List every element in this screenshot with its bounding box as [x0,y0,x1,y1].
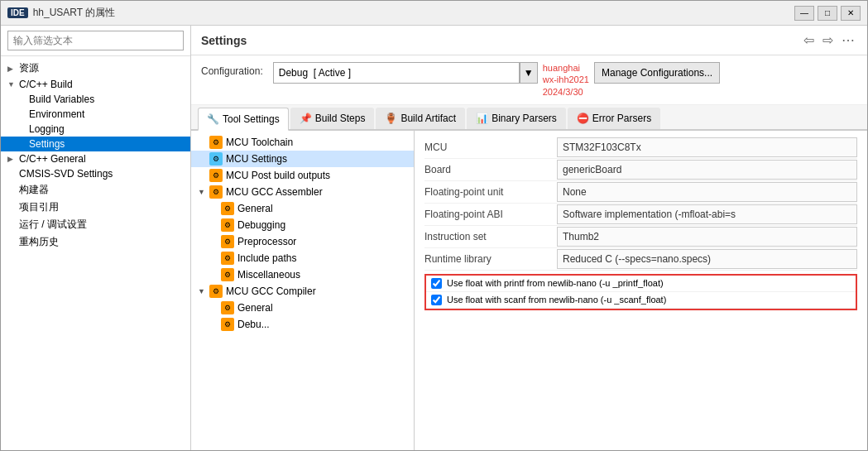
tool-tree-icon: ⚙ [209,152,223,166]
tree-arrow: ▶ [7,65,16,73]
checkbox-1[interactable] [431,295,442,305]
config-select[interactable] [273,62,520,84]
tool-tree-item-mcu-post-build-outputs[interactable]: ⚙MCU Post build outputs [191,167,414,184]
minimize-button[interactable]: — [794,6,814,21]
header-nav: ⇦ ⇨ ⋯ [801,32,857,48]
sidebar-item-environment[interactable]: Environment [1,107,190,122]
tool-tree-icon: ⚙ [209,169,223,182]
sidebar-item-build-variables[interactable]: Build Variables [1,92,190,107]
nav-menu-button[interactable]: ⋯ [839,32,857,48]
sidebar-item-重构历史[interactable]: 重构历史 [1,233,190,251]
sidebar-item-label: 项目引用 [19,200,59,214]
nav-back-button[interactable]: ⇦ [801,32,817,48]
sidebar-item-settings[interactable]: Settings [1,137,190,151]
tabs-row: 🔧Tool Settings📌Build Steps🏺Build Artifac… [191,105,867,131]
tool-tree-item-preprocessor[interactable]: ⚙Preprocessor [191,233,414,250]
tree-arrow: ▼ [7,80,16,89]
checkbox-row-1: Use float with scanf from newlib-nano (-… [426,292,856,309]
watermark: huanghai wx-ihh2021 2024/3/30 [543,62,589,98]
tool-tree-item-debugging[interactable]: ⚙Debugging [191,217,414,233]
nav-forward-button[interactable]: ⇨ [820,32,836,48]
tool-tree-label: MCU GCC Assembler [226,186,323,198]
tab-error-parsers[interactable]: ⛔Error Parsers [568,108,660,129]
tool-tree-icon: ⚙ [221,268,234,281]
main-window: IDE hh_USART 的属性 — □ ✕ ▶资源▼C/C++ BuildBu… [0,0,868,451]
sidebar-item-label: Settings [29,138,65,150]
tool-tree-item-general[interactable]: ⚙General [191,300,414,316]
tool-tree-label: Debu... [237,319,270,330]
tool-tree-label: MCU Settings [226,153,287,165]
field-label: Floating-point ABI [424,206,557,223]
tab-label: Tool Settings [223,113,280,125]
sidebar-item-c/c++-build[interactable]: ▼C/C++ Build [1,77,190,92]
field-row-floating-point-unit: Floating-point unit [424,182,857,204]
tool-tree-item-mcu-settings[interactable]: ⚙MCU Settings [191,151,414,167]
sidebar-item-label: 构建器 [19,183,49,197]
sidebar-item-logging[interactable]: Logging [1,122,190,137]
checkbox-label-1: Use float with scanf from newlib-nano (-… [447,295,666,305]
manage-configurations-button[interactable]: Manage Configurations... [594,62,720,84]
titlebar-left: IDE hh_USART 的属性 [7,6,115,20]
window-controls: — □ ✕ [794,6,861,21]
sidebar-item-构建器[interactable]: 构建器 [1,181,190,199]
tool-tree-label: General [237,203,273,214]
sidebar-item-运行-/-调试设置[interactable]: 运行 / 调试设置 [1,216,190,233]
tool-tree-label: General [237,302,273,314]
sidebar-item-cmsis-svd-settings[interactable]: CMSIS-SVD Settings [1,166,190,181]
tab-binary-parsers[interactable]: 📊Binary Parsers [467,108,566,129]
tool-tree-item-debu...[interactable]: ⚙Debu... [191,316,414,333]
field-value [557,182,857,202]
search-bar [1,26,190,56]
settings-fields: MCUBoardFloating-point unitFloating-poin… [415,131,867,450]
tool-tree-item-general[interactable]: ⚙General [191,200,414,217]
maximize-button[interactable]: □ [818,6,837,21]
tool-tree-icon: ⚙ [209,136,223,149]
config-select-wrapper: ▼ [273,62,538,84]
tool-tree-item-mcu-gcc-assembler[interactable]: ▼⚙MCU GCC Assembler [191,184,414,200]
tree-arrow: ▶ [7,155,16,163]
tab-tool-settings[interactable]: 🔧Tool Settings [198,108,289,131]
tool-tree-item-miscellaneous[interactable]: ⚙Miscellaneous [191,266,414,283]
tab-icon: 📌 [300,113,312,124]
settings-title: Settings [201,34,247,47]
field-input[interactable] [557,160,857,180]
tab-build-artifact[interactable]: 🏺Build Artifact [376,108,465,129]
highlighted-section: Use float with printf from newlib-nano (… [424,274,857,310]
tool-tree-item-mcu-toolchain[interactable]: ⚙MCU Toolchain [191,134,414,151]
field-value [557,204,857,224]
field-input[interactable] [557,227,857,247]
tool-tree-label: MCU GCC Compiler [226,285,316,297]
search-input[interactable] [7,31,184,50]
tree2-arrow: ▼ [198,188,206,196]
checkbox-0[interactable] [431,278,442,289]
tool-tree-label: Debugging [237,219,285,231]
ide-badge: IDE [7,7,28,18]
sidebar-item-c/c++-general[interactable]: ▶C/C++ General [1,151,190,166]
tool-tree-item-include-paths[interactable]: ⚙Include paths [191,250,414,266]
checkbox-row-0: Use float with printf from newlib-nano (… [426,276,856,292]
field-input[interactable] [557,249,857,269]
tab-build-steps[interactable]: 📌Build Steps [290,108,375,129]
window-title: hh_USART 的属性 [33,6,116,20]
tool-tree-icon: ⚙ [221,202,234,215]
sidebar-item-资源[interactable]: ▶资源 [1,60,190,77]
field-input[interactable] [557,182,857,202]
config-row: Configuration: ▼ huanghai wx-ihh2021 202… [191,55,867,105]
close-button[interactable]: ✕ [841,6,861,21]
field-row-board: Board [424,160,857,181]
field-input[interactable] [557,204,857,224]
tree: ▶资源▼C/C++ BuildBuild VariablesEnvironmen… [1,56,190,450]
field-row-mcu: MCU [424,137,857,159]
tool-tree-item-mcu-gcc-compiler[interactable]: ▼⚙MCU GCC Compiler [191,283,414,300]
main-content: ▶资源▼C/C++ BuildBuild VariablesEnvironmen… [1,26,867,450]
field-row-instruction-set: Instruction set [424,227,857,248]
field-row-runtime-library: Runtime library [424,249,857,271]
field-label: Board [424,161,557,178]
config-dropdown-arrow[interactable]: ▼ [520,62,538,84]
sidebar-item-项目引用[interactable]: 项目引用 [1,199,190,216]
tool-tree-icon: ⚙ [221,218,234,232]
sidebar-item-label: 运行 / 调试设置 [19,218,87,232]
tool-tree-label: Miscellaneous [237,269,300,281]
field-value [557,249,857,269]
field-input[interactable] [557,137,857,157]
